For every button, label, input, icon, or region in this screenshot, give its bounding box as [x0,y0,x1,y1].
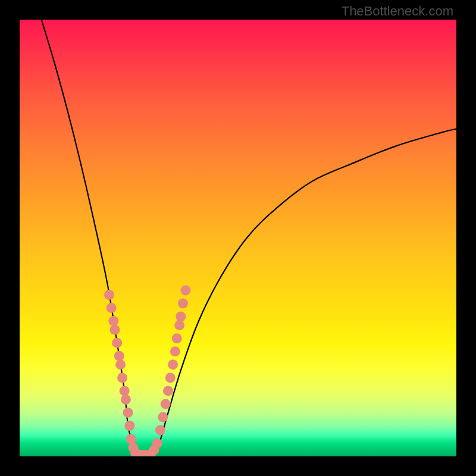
data-point [180,286,190,296]
data-point [158,412,168,422]
data-point [112,338,122,348]
data-point [174,320,184,330]
watermark-label: TheBottleneck.com [342,4,453,19]
data-point [178,299,188,309]
data-point [163,386,173,396]
bottleneck-curve-path [42,20,456,456]
data-point [123,408,133,418]
data-point [120,386,130,396]
chart-svg [20,20,456,456]
data-point [176,312,186,322]
plot-area [20,20,456,456]
data-point [155,425,165,435]
bottleneck-curve [42,20,456,456]
data-point [172,333,182,343]
data-point [114,351,124,361]
chart-frame: TheBottleneck.com [0,0,476,476]
data-point [168,359,178,369]
data-point [115,359,126,369]
data-point [161,399,171,409]
data-point [107,303,117,313]
data-point [117,372,127,383]
data-point [124,421,134,431]
data-point [126,434,136,444]
data-point [108,316,118,326]
data-point [121,394,131,405]
data-point [152,438,162,448]
data-point [170,346,180,356]
data-point [110,325,120,335]
data-point [165,372,176,383]
data-point [104,290,114,300]
data-point-cluster [104,286,190,456]
